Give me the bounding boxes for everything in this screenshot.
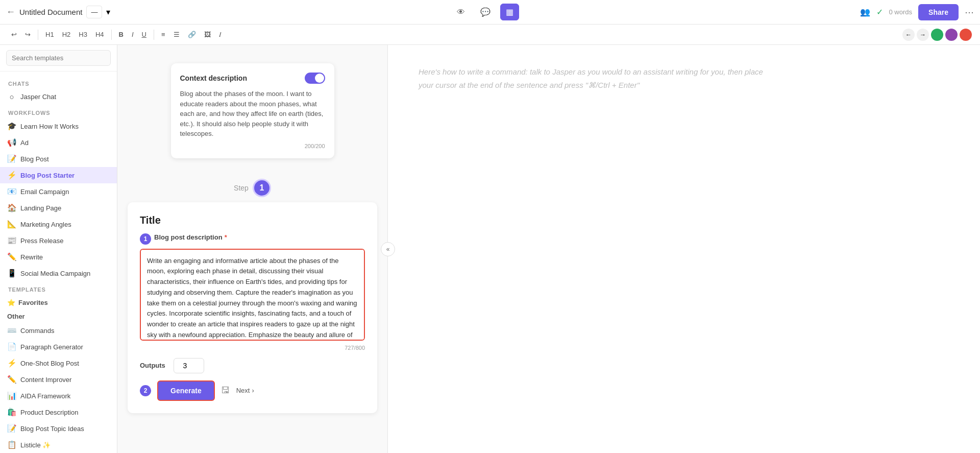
sidebar-item-blog-post[interactable]: 📝 Blog Post <box>0 151 117 167</box>
blog-post-label: Blog Post <box>20 155 110 163</box>
social-media-icon: 📱 <box>7 269 16 278</box>
press-release-label: Press Release <box>20 237 110 245</box>
generate-button[interactable]: Generate <box>157 380 215 401</box>
sidebar-item-learn[interactable]: 🎓 Learn How It Works <box>0 118 117 134</box>
blog-post-starter-icon: ⚡ <box>7 171 16 180</box>
back-button[interactable]: ← <box>6 7 15 17</box>
sidebar-item-paragraph-generator[interactable]: 📄 Paragraph Generator <box>0 339 117 355</box>
step1-badge: 1 <box>140 233 151 245</box>
next-button[interactable]: Next › <box>236 387 254 394</box>
star-icon: ⭐ <box>7 299 15 306</box>
rewrite-icon: ✏️ <box>7 252 16 261</box>
toolbar-separator-3 <box>154 30 154 40</box>
editor-toolbar: ↩ ↪ H1 H2 H3 H4 B I U ≡ ☰ 🔗 🖼 𝐼 ← → <box>0 25 980 45</box>
image-button[interactable]: 🖼 <box>201 29 214 40</box>
share-button[interactable]: Share <box>918 4 959 20</box>
blog-topic-label: Blog Post Topic Ideas <box>20 425 110 433</box>
sidebar-item-press-release[interactable]: 📰 Press Release <box>0 232 117 249</box>
toolbar-circle-2[interactable]: → <box>917 29 929 41</box>
toolbar-circle-5[interactable] <box>960 29 972 41</box>
sidebar-item-one-shot-blog[interactable]: ⚡ One-Shot Blog Post <box>0 355 117 371</box>
rewrite-label: Rewrite <box>20 253 110 261</box>
h4-button[interactable]: H4 <box>92 29 107 40</box>
h1-button[interactable]: H1 <box>42 29 57 40</box>
sidebar-item-blog-topic-ideas[interactable]: 📝 Blog Post Topic Ideas <box>0 420 117 437</box>
listicle-icon: 📋 <box>7 440 16 449</box>
sidebar-item-social-media[interactable]: 📱 Social Media Campaign <box>0 265 117 281</box>
one-shot-icon: ⚡ <box>7 359 16 368</box>
chats-section-label: CHATS <box>0 76 117 89</box>
view-mode-button[interactable]: 👁 <box>451 4 471 20</box>
h2-button[interactable]: H2 <box>59 29 74 40</box>
unordered-list-button[interactable]: ☰ <box>170 29 183 40</box>
context-card: Context description Blog about the phase… <box>171 63 334 158</box>
context-card-header: Context description <box>180 73 325 84</box>
editor-panel[interactable]: Here's how to write a command: talk to J… <box>388 45 980 453</box>
sidebar-item-blog-post-starter[interactable]: ⚡ Blog Post Starter <box>0 167 117 183</box>
main-layout: CHATS ○ Jasper Chat WORKFLOWS 🎓 Learn Ho… <box>0 45 980 453</box>
marketing-angles-icon: 📐 <box>7 220 16 229</box>
step-indicator: Step 1 <box>117 169 387 202</box>
sidebar-item-marketing-angles[interactable]: 📐 Marketing Angles <box>0 216 117 232</box>
underline-button[interactable]: U <box>139 29 150 40</box>
collaborators-icon: 👥 <box>860 7 870 17</box>
italic-button[interactable]: I <box>129 29 137 40</box>
form-label-row: 1 Blog post description * <box>140 233 365 245</box>
step-label: Step <box>234 184 249 192</box>
more-options-button[interactable]: ⋯ <box>965 7 974 18</box>
italic2-button[interactable]: 𝐼 <box>216 29 224 41</box>
aida-icon: 📊 <box>7 391 16 400</box>
toolbar-circle-1[interactable]: ← <box>902 29 915 41</box>
sidebar-item-ad[interactable]: 📢 Ad <box>0 134 117 151</box>
blog-post-starter-label: Blog Post Starter <box>20 172 110 179</box>
email-campaign-icon: 📧 <box>7 187 16 196</box>
title-dropdown[interactable]: — <box>86 6 102 18</box>
form-title: Title <box>140 214 365 226</box>
sidebar-item-listicle[interactable]: 📋 Listicle ✨ <box>0 437 117 453</box>
undo-button[interactable]: ↩ <box>8 29 20 40</box>
context-toggle[interactable] <box>305 73 325 84</box>
sidebar-item-commands[interactable]: ⌨️ Commands <box>0 322 117 339</box>
toolbar-circle-4[interactable] <box>945 29 958 41</box>
blog-description-input[interactable]: Write an engaging and informative articl… <box>140 249 365 341</box>
sidebar-item-jasper-chat[interactable]: ○ Jasper Chat <box>0 89 117 105</box>
topbar-center: 👁 💬 ▦ <box>451 4 519 20</box>
sidebar-item-content-improver[interactable]: ✏️ Content Improver <box>0 371 117 388</box>
sidebar-item-landing-page[interactable]: 🏠 Landing Page <box>0 200 117 216</box>
paragraph-gen-icon: 📄 <box>7 342 16 351</box>
sidebar-item-product-desc[interactable]: 🛍️ Product Description <box>0 404 117 420</box>
topbar-right: 👥 ✓ 0 words Share ⋯ <box>860 4 974 20</box>
topbar: ← Untitled Document — ▾ 👁 💬 ▦ 👥 ✓ 0 word… <box>0 0 980 25</box>
product-desc-label: Product Description <box>20 409 110 416</box>
toolbar-circle-3[interactable] <box>931 29 943 41</box>
chat-mode-button[interactable]: 💬 <box>475 4 496 20</box>
collapse-panel-button[interactable]: « <box>381 242 395 256</box>
favorites-label: ⭐ Favorites <box>0 295 117 308</box>
middle-panel: Context description Blog about the phase… <box>117 45 388 453</box>
topbar-left: ← Untitled Document — ▾ <box>6 6 110 18</box>
commands-label: Commands <box>20 327 110 335</box>
sidebar-item-aida[interactable]: 📊 AIDA Framework <box>0 388 117 404</box>
check-icon: ✓ <box>876 7 883 17</box>
ordered-list-button[interactable]: ≡ <box>158 29 168 40</box>
sidebar-item-rewrite[interactable]: ✏️ Rewrite <box>0 249 117 265</box>
save-template-button[interactable]: 🖫 <box>221 385 230 396</box>
edit-mode-button[interactable]: ▦ <box>500 4 519 20</box>
search-input[interactable] <box>6 50 111 66</box>
templates-section-label: TEMPLATES <box>0 281 117 295</box>
sidebar-item-email-campaign[interactable]: 📧 Email Campaign <box>0 183 117 200</box>
workflows-section-label: WORKFLOWS <box>0 105 117 118</box>
h3-button[interactable]: H3 <box>76 29 90 40</box>
outputs-input[interactable] <box>174 358 204 373</box>
bold-button[interactable]: B <box>116 29 127 40</box>
sidebar-scroll: CHATS ○ Jasper Chat WORKFLOWS 🎓 Learn Ho… <box>0 71 117 453</box>
link-button[interactable]: 🔗 <box>185 29 199 40</box>
content-improver-icon: ✏️ <box>7 375 16 384</box>
redo-button[interactable]: ↪ <box>22 29 34 40</box>
commands-icon: ⌨️ <box>7 326 16 335</box>
context-text: Blog about the phases of the moon. I wan… <box>180 89 325 139</box>
outputs-label: Outputs <box>140 362 165 369</box>
listicle-label: Listicle ✨ <box>20 441 110 449</box>
content-improver-label: Content Improver <box>20 376 110 384</box>
context-card-title: Context description <box>180 74 247 82</box>
